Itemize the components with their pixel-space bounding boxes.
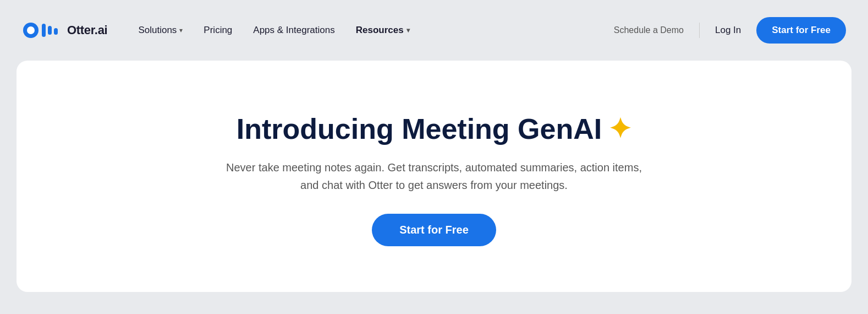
nav-solutions-label: Solutions xyxy=(138,25,177,36)
logo-icon xyxy=(22,17,62,44)
nav-pricing-label: Pricing xyxy=(204,25,232,36)
chevron-down-icon: ▾ xyxy=(179,26,183,34)
nav-item-pricing[interactable]: Pricing xyxy=(195,20,241,40)
nav-item-solutions[interactable]: Solutions ▾ xyxy=(129,20,191,40)
nav-divider xyxy=(699,23,700,38)
nav-item-resources[interactable]: Resources ▾ xyxy=(347,20,419,40)
nav-item-apps[interactable]: Apps & Integrations xyxy=(244,20,343,40)
nav-resources-label: Resources xyxy=(356,25,404,36)
schedule-demo-link[interactable]: Schedule a Demo xyxy=(605,21,693,40)
hero-title: Introducing Meeting GenAI ✦ xyxy=(237,112,631,145)
svg-point-1 xyxy=(27,26,35,34)
chevron-down-icon-resources: ▾ xyxy=(406,26,410,34)
hero-subtitle: Never take meeting notes again. Get tran… xyxy=(225,159,643,194)
svg-rect-2 xyxy=(42,24,46,37)
navbar: Otter.ai Solutions ▾ Pricing Apps & Inte… xyxy=(0,0,868,61)
logo-link[interactable]: Otter.ai xyxy=(22,17,107,44)
nav-links: Solutions ▾ Pricing Apps & Integrations … xyxy=(129,20,605,40)
hero-title-text: Introducing Meeting GenAI xyxy=(237,112,602,145)
sparkle-icon: ✦ xyxy=(608,113,631,145)
logo-text: Otter.ai xyxy=(67,23,107,37)
nav-apps-label: Apps & Integrations xyxy=(253,25,334,36)
svg-rect-4 xyxy=(54,28,58,35)
start-free-main-button[interactable]: Start for Free xyxy=(372,214,496,246)
svg-rect-3 xyxy=(48,26,52,35)
hero-card: Introducing Meeting GenAI ✦ Never take m… xyxy=(17,61,851,292)
login-button[interactable]: Log In xyxy=(706,20,750,40)
main-content: Introducing Meeting GenAI ✦ Never take m… xyxy=(0,61,868,308)
start-free-nav-button[interactable]: Start for Free xyxy=(756,17,846,44)
nav-right: Schedule a Demo Log In Start for Free xyxy=(605,17,846,44)
